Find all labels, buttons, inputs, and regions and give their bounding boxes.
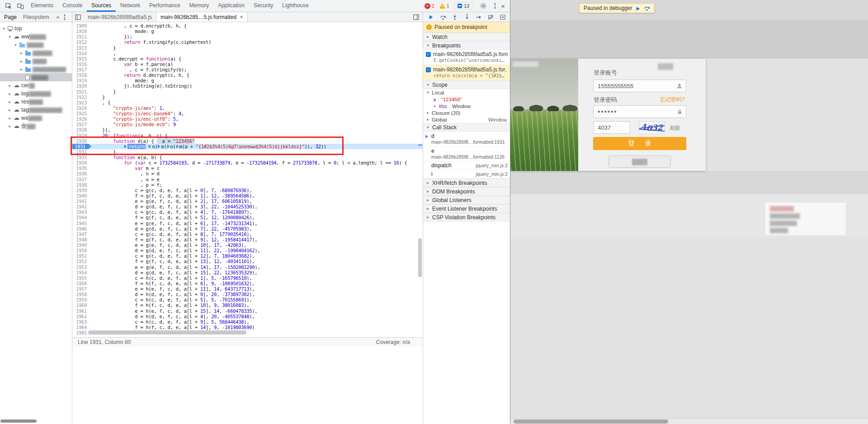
editor-tab-main-js[interactable]: main-9826b285f8fad5a5.js: [84, 12, 156, 22]
scope-variable[interactable]: a:"123456": [423, 96, 510, 103]
captcha-image[interactable]: 4032: [639, 121, 665, 134]
line-number[interactable]: 1940: [72, 193, 91, 198]
scope-variable[interactable]: ▸this:Window: [423, 103, 510, 109]
code-text[interactable]: d = g(d, e, f, c, a[l + 15], 22, 1236535…: [91, 270, 423, 275]
tab-lighthouse[interactable]: Lighthouse: [278, 0, 313, 12]
code-text[interactable]: e = g(e, f, c, d, a[l + 14], 17, -150200…: [91, 264, 423, 270]
code-text[interactable]: }: [91, 149, 423, 155]
chevron-right-icon[interactable]: ▸: [433, 104, 437, 108]
code-line[interactable]: 1956 f = h(f, c, d, e, a[l + 6], 9, -106…: [72, 281, 423, 286]
code-text[interactable]: , c = f.stringify(b);: [91, 67, 423, 72]
code-line[interactable]: 1924 "crypto-js/aes": 1,: [72, 105, 423, 111]
code-text[interactable]: 20: [function(a, b, c) {: [91, 133, 423, 138]
code-line[interactable]: 1940 f = g(f, c, d, e, a[l + 1], 12, -38…: [72, 193, 423, 198]
code-line[interactable]: 1920 }).toString(e).toString(): [72, 83, 423, 89]
code-line[interactable]: 1952 f = g(f, c, d, e, a[l + 13], 12, -4…: [72, 259, 423, 264]
code-line[interactable]: 1912 return f.stringify(c.ciphertext): [72, 39, 423, 45]
code-line[interactable]: 1915 c.decrypt = function(a) {: [72, 56, 423, 61]
line-number[interactable]: 1919: [72, 78, 91, 83]
code-text[interactable]: c = g(c, d, e, f, a[l + 12], 7, 18046036…: [91, 253, 423, 259]
editor-hscroll-thumb[interactable]: [88, 330, 246, 334]
line-number[interactable]: 1925: [72, 111, 91, 116]
code-line[interactable]: 1946 d = g(d, e, f, c, a[l + 7], 22, -45…: [72, 226, 423, 231]
line-number[interactable]: 1942: [72, 204, 91, 209]
more-options-icon[interactable]: [494, 3, 496, 9]
code-text[interactable]: f = g(f, c, d, e, a[l + 13], 12, -403411…: [91, 259, 423, 264]
code-line[interactable]: 1921 }: [72, 89, 423, 94]
tab-sources[interactable]: Sources: [87, 0, 116, 12]
line-number[interactable]: 1952: [72, 259, 91, 264]
code-text[interactable]: d = g(d, e, f, c, a[l + 7], 22, -4570598…: [91, 226, 423, 231]
inline-step-marker[interactable]: [149, 145, 151, 148]
code-line[interactable]: 1964 f = h(f, c, d, e, a[l + 14], 9, -10…: [72, 325, 423, 330]
code-line[interactable]: 1951 c = g(c, d, e, f, a[l + 12], 7, 180…: [72, 253, 423, 259]
line-number[interactable]: 1957: [72, 286, 91, 292]
code-line[interactable]: 1943 c = g(c, d, e, f, a[l + 4], 7, -176…: [72, 209, 423, 215]
code-line[interactable]: 1934 for (var c = 1732584193, d = -27173…: [72, 160, 423, 165]
line-number[interactable]: 1946: [72, 226, 91, 231]
code-text[interactable]: for (var c = 1732584193, d = -271733879,…: [91, 160, 423, 165]
code-text[interactable]: var b = f.parse(a): [91, 61, 423, 67]
close-tab-icon[interactable]: ×: [240, 14, 243, 20]
line-number[interactable]: 1913: [72, 45, 91, 51]
line-number[interactable]: 1948: [72, 237, 91, 242]
line-number[interactable]: 1927: [72, 122, 91, 127]
device-toolbar-icon[interactable]: [14, 0, 26, 12]
tree-item[interactable]: ▾top: [0, 24, 72, 33]
editor-tab-formatted[interactable]: main-9826b285…5.js:formatted ×: [156, 12, 248, 22]
breakpoint-checkbox[interactable]: ✓: [426, 52, 431, 57]
code-text[interactable]: });: [91, 34, 423, 39]
code-text[interactable]: return f.stringify(c.ciphertext): [91, 39, 423, 45]
code-text[interactable]: "crypto-js/enc-utf8": 5,: [91, 116, 423, 122]
code-text[interactable]: e = g(e, f, c, d, a[l + 10], 17, -42063)…: [91, 242, 423, 248]
refresh-captcha-link[interactable]: 刷新: [670, 124, 680, 132]
code-text[interactable]: d = h(d, e, f, c, a[l + 4], 20, -4055378…: [91, 314, 423, 319]
inline-step-marker[interactable]: [158, 145, 160, 148]
tree-item[interactable]: ▸☁res█████: [0, 98, 72, 106]
line-number[interactable]: 1921: [72, 89, 91, 94]
code-text[interactable]: , {: [91, 100, 423, 105]
code-text[interactable]: function e(a, b) {: [91, 155, 423, 160]
line-number[interactable]: 1929: [72, 133, 91, 138]
line-number[interactable]: 1953: [72, 264, 91, 270]
code-text[interactable]: c = h(c, d, e, f, a[l + 5], 5, -70155869…: [91, 297, 423, 302]
code-text[interactable]: , o = e: [91, 177, 423, 182]
section-global-listeners[interactable]: ▸Global Listeners: [423, 196, 510, 204]
line-number[interactable]: 1924: [72, 105, 91, 111]
warning-badge[interactable]: ! 1: [439, 3, 449, 9]
code-text[interactable]: mode: g: [91, 28, 423, 34]
code-editor[interactable]: 1909 , c = d.encrypt(b, h, {1910 mode: g…: [72, 22, 423, 337]
code-text[interactable]: c = g(c, d, e, f, a[l + 0], 7, -68087693…: [91, 188, 423, 193]
chevron-right-icon[interactable]: ▸: [8, 124, 12, 128]
step-over-icon[interactable]: [644, 5, 650, 11]
line-number[interactable]: 1961: [72, 308, 91, 314]
pause-on-exceptions-icon[interactable]: [499, 14, 506, 21]
step-into-icon[interactable]: [451, 14, 458, 21]
code-text[interactable]: return n(e(o(m(a + "{1#2$3%4(5)6@7!poeew…: [91, 144, 423, 149]
line-number[interactable]: 1941: [72, 198, 91, 204]
line-number[interactable]: 1909: [72, 23, 91, 28]
code-text[interactable]: "crypto-js/aes": 1,: [91, 105, 423, 111]
chevron-right-icon[interactable]: ▸: [8, 84, 12, 88]
chevron-down-icon[interactable]: ▾: [14, 43, 18, 47]
code-text[interactable]: }).toString(e).toString(): [91, 83, 423, 89]
code-text[interactable]: return d.decrypt(c, h, {: [91, 72, 423, 78]
line-number[interactable]: 1960: [72, 302, 91, 308]
line-number[interactable]: 1934: [72, 160, 91, 165]
tab-security[interactable]: Security: [249, 0, 278, 12]
tab-filesystem[interactable]: Filesystem: [23, 14, 55, 20]
tab-elements[interactable]: Elements: [26, 0, 58, 12]
section-call-stack[interactable]: ▾ Call Stack: [423, 123, 510, 132]
error-badge[interactable]: × 1: [425, 3, 434, 9]
chevron-right-icon[interactable]: ▸: [19, 59, 24, 63]
step-out-icon[interactable]: [463, 14, 471, 21]
password-input[interactable]: ••••••: [593, 105, 686, 118]
code-text[interactable]: ,: [91, 51, 423, 56]
tree-item[interactable]: ▾☁ww██████: [0, 33, 72, 41]
code-text[interactable]: c = g(c, d, e, f, a[l + 4], 7, -17641889…: [91, 209, 423, 215]
editor-vscroll-thumb[interactable]: [418, 238, 422, 277]
scope-local-row[interactable]: ▾Local: [423, 89, 510, 96]
code-line[interactable]: 1947 c = g(c, d, e, f, a[l + 8], 7, 1770…: [72, 231, 423, 237]
code-line[interactable]: 1929 20: [function(a, b, c) {: [72, 133, 423, 138]
line-number[interactable]: 1955: [72, 275, 91, 281]
